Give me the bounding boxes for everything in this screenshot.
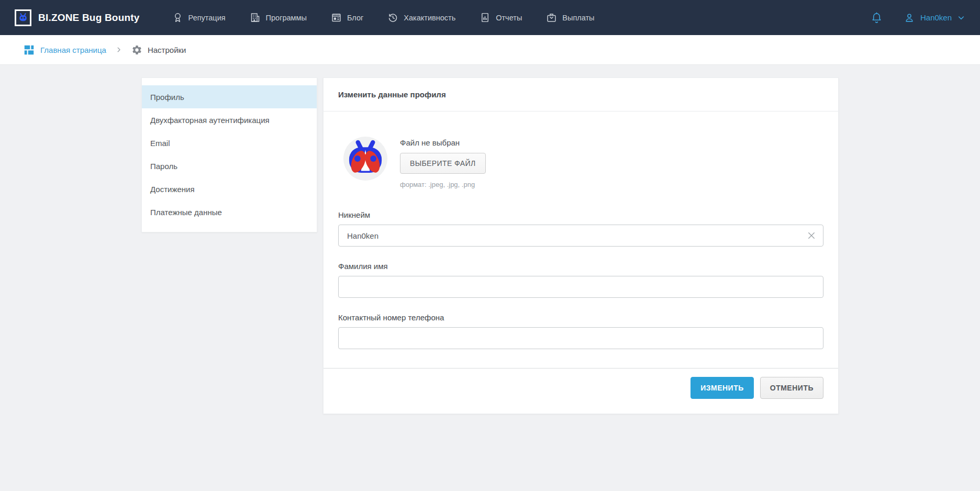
brand-title: BI.ZONE Bug Bounty	[38, 12, 140, 24]
newspaper-icon	[331, 12, 342, 23]
settings-page: Профиль Двухфакторная аутентификация Ema…	[141, 77, 839, 414]
brand-logo[interactable]: BI.ZONE Bug Bounty	[15, 9, 140, 26]
breadcrumb-current-label: Настройки	[148, 46, 186, 54]
history-icon	[387, 12, 398, 23]
briefcase-icon	[546, 12, 557, 23]
nav-item-label: Блог	[347, 14, 363, 22]
bizone-bug-logo-icon	[15, 9, 31, 26]
nav-item-reports[interactable]: Отчеты	[480, 12, 522, 23]
notifications-button[interactable]	[871, 12, 883, 24]
fullname-input[interactable]	[338, 276, 823, 298]
file-upload-block: Файл не выбран ВЫБЕРИТЕ ФАЙЛ формат: .jp…	[400, 137, 486, 188]
sidebar-item-profile[interactable]: Профиль	[142, 85, 317, 108]
nickname-field: Никнейм	[338, 210, 823, 247]
breadcrumb: Главная страница Настройки	[0, 35, 980, 65]
form-actions: ИЗМЕНИТЬ ОТМЕНИТЬ	[324, 368, 838, 414]
bell-icon	[871, 12, 883, 24]
sidebar-item-password[interactable]: Пароль	[142, 154, 317, 177]
gear-icon	[131, 44, 142, 55]
chevron-down-icon	[957, 14, 965, 22]
phone-input[interactable]	[338, 327, 823, 349]
nav-item-label: Хакактивность	[404, 14, 455, 22]
medal-icon	[172, 12, 183, 23]
ladybug-logo-icon	[343, 137, 387, 181]
user-menu[interactable]: Han0ken	[904, 12, 965, 24]
sidebar-item-email[interactable]: Email	[142, 131, 317, 154]
file-format-hint: формат: .jpeg, .jpg, .png	[400, 181, 486, 188]
settings-sidebar: Профиль Двухфакторная аутентификация Ema…	[141, 77, 317, 232]
breadcrumb-home-link[interactable]: Главная страница	[24, 44, 106, 55]
nav-item-payments[interactable]: Выплаты	[546, 12, 594, 23]
breadcrumb-current: Настройки	[131, 44, 186, 55]
nav-item-blog[interactable]: Блог	[331, 12, 363, 23]
nav-item-label: Репутация	[188, 14, 226, 22]
nav-item-label: Отчеты	[496, 14, 522, 22]
report-icon	[480, 12, 491, 23]
user-name: Han0ken	[920, 13, 952, 22]
phone-field: Контактный номер телефона	[338, 313, 823, 349]
profile-edit-card: Изменить данные профиля	[323, 77, 839, 414]
profile-form: Файл не выбран ВЫБЕРИТЕ ФАЙЛ формат: .jp…	[324, 111, 838, 349]
main-navigation: Репутация Программы Блог	[172, 12, 595, 23]
nav-item-programs[interactable]: Программы	[250, 12, 307, 23]
breadcrumb-home-label: Главная страница	[40, 46, 106, 54]
navbar-right: Han0ken	[871, 12, 965, 24]
nickname-label: Никнейм	[338, 210, 823, 219]
fullname-field: Фамилия имя	[338, 262, 823, 298]
choose-file-button[interactable]: ВЫБЕРИТЕ ФАЙЛ	[400, 153, 486, 174]
sidebar-item-achievements[interactable]: Достижения	[142, 177, 317, 200]
cancel-button[interactable]: ОТМЕНИТЬ	[760, 377, 823, 399]
clear-icon[interactable]	[807, 231, 816, 240]
chevron-right-icon	[115, 46, 122, 53]
building-icon	[250, 12, 261, 23]
file-status-text: Файл не выбран	[400, 138, 486, 147]
avatar	[343, 137, 387, 181]
sidebar-item-payment-data[interactable]: Платежные данные	[142, 200, 317, 224]
dashboard-icon	[24, 44, 35, 55]
fullname-label: Фамилия имя	[338, 262, 823, 271]
user-icon	[904, 12, 915, 24]
nav-item-label: Программы	[266, 14, 307, 22]
nickname-input[interactable]	[338, 225, 823, 247]
avatar-section: Файл не выбран ВЫБЕРИТЕ ФАЙЛ формат: .jp…	[343, 137, 823, 188]
nav-item-hackactivity[interactable]: Хакактивность	[387, 12, 455, 23]
submit-button[interactable]: ИЗМЕНИТЬ	[691, 377, 754, 399]
top-navbar: BI.ZONE Bug Bounty Репутация Программы	[0, 0, 980, 35]
nav-item-label: Выплаты	[562, 14, 594, 22]
card-title: Изменить данные профиля	[324, 78, 838, 111]
phone-label: Контактный номер телефона	[338, 313, 823, 322]
sidebar-item-2fa[interactable]: Двухфакторная аутентификация	[142, 108, 317, 131]
nav-item-reputation[interactable]: Репутация	[172, 12, 226, 23]
